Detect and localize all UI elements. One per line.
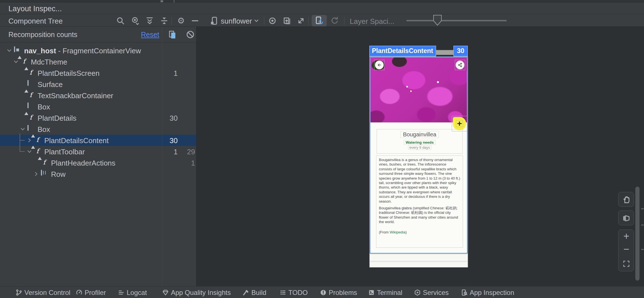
window-top-strip (0, 0, 644, 3)
scroll-tick (641, 224, 644, 226)
composable-icon: f (34, 137, 41, 144)
source-line: (From Wikipedia) (379, 230, 460, 234)
tree-row-box[interactable]: Box (0, 101, 196, 112)
view-icon (27, 125, 35, 133)
tree-row-surface[interactable]: Surface (0, 79, 196, 90)
disable-counts-icon[interactable] (186, 30, 195, 39)
scroll-tick (641, 208, 644, 209)
share-button[interactable] (456, 61, 464, 69)
statusbar-label: Version Control (24, 289, 70, 297)
statusbar-label: Build (251, 289, 266, 297)
inspector-toolbar: Component Tree ⚙ sunflower Layer Spaci..… (0, 15, 644, 27)
tree-node-label: Row (51, 170, 66, 179)
search-icon[interactable] (116, 16, 125, 25)
layer-spacing-slider-thumb[interactable] (433, 15, 442, 26)
tree-row-box[interactable]: Box (0, 123, 196, 135)
branch-icon (15, 289, 22, 296)
todo-icon (279, 289, 286, 296)
chevron-down-icon[interactable] (26, 148, 33, 155)
status-bar: Version ControlProfilerLogcatApp Quality… (0, 286, 644, 298)
tree-guide-line (20, 146, 20, 152)
tree-node-label: PlantDetailsScreen (38, 69, 99, 78)
tool-window-title: Layout Inspec... (8, 4, 62, 13)
tree-row-textsnackbarcontainer[interactable]: fTextSnackbarContainer (0, 90, 196, 101)
toolbar-separator (264, 17, 264, 25)
tree-row-plantdetailsscreen[interactable]: fPlantDetailsScreen1 (0, 67, 196, 79)
problem-icon (320, 289, 327, 296)
layer-spacing-label: Layer Spaci... (350, 17, 394, 26)
expand-all-icon[interactable] (145, 16, 154, 25)
tree-row-plantdetailscontent[interactable]: fPlantDetailsContent30 (0, 135, 196, 146)
collapse-all-icon[interactable] (160, 16, 169, 25)
tree-node-label: nav_host - FragmentContainerView (24, 47, 141, 55)
statusbar-label: TODO (288, 289, 308, 297)
plant-details-content[interactable]: + Bougainvillea Watering needs every 9 d… (370, 57, 468, 254)
hide-panel-icon[interactable] (191, 16, 200, 25)
tree-row-planttoolbar[interactable]: fPlantToolbar129 (0, 146, 196, 157)
zoom-in-button[interactable]: + (618, 230, 634, 244)
recomposition-count-badge: 30 (453, 46, 468, 56)
watering-interval: every 9 days (408, 145, 432, 150)
selected-node-label[interactable]: PlantDetailsContent (369, 46, 436, 56)
statusbar-label: Profiler (85, 289, 106, 297)
overlay-box (456, 120, 463, 127)
wikipedia-link[interactable]: Wikipedia (390, 230, 405, 234)
statusbar-label: App Inspection (470, 289, 514, 297)
recomposition-count: 1 (162, 148, 178, 156)
toolbar-separator (172, 17, 172, 25)
viewport-scrollbar[interactable] (635, 187, 640, 281)
refresh-icon[interactable] (330, 16, 339, 25)
reset-counts-link[interactable]: Reset (141, 31, 159, 39)
tree-row-plantdetails[interactable]: fPlantDetails30 (0, 112, 196, 123)
counts-column-divider (162, 27, 162, 286)
composable-icon: f (41, 159, 48, 166)
rotate-3d-button[interactable] (618, 210, 634, 225)
zoom-to-fit-button[interactable] (618, 257, 634, 271)
toolbar-separator (308, 17, 309, 25)
tree-row-plantheaderactions[interactable]: fPlantHeaderActions1 (0, 157, 196, 168)
toggle-deep-inspect-icon[interactable] (268, 16, 277, 25)
device-screen: + Bougainvillea Watering needs every 9 d… (369, 56, 468, 267)
chevron-right-icon[interactable] (26, 137, 33, 143)
recomposition-count: 1 (162, 69, 178, 78)
tree-node-label: PlantDetailsContent (44, 136, 109, 145)
watering-needs-label: Watering needs (404, 140, 435, 145)
recomposition-header: Recomposition counts Reset (0, 27, 196, 43)
inspection-icon (461, 289, 468, 296)
live-updates-toggle[interactable] (312, 15, 327, 26)
device-icon[interactable] (210, 16, 219, 25)
composable-icon: f (34, 148, 41, 155)
process-selector[interactable]: sunflower (221, 17, 252, 26)
tree-row-nav_host[interactable]: nav_host - FragmentContainerView (0, 45, 196, 56)
component-tree-panel: Recomposition counts Reset nav_host - Fr… (0, 27, 196, 286)
tree-node-label: Box (38, 125, 50, 134)
chevron-down-icon[interactable] (20, 126, 26, 132)
highlight-recompositions-icon[interactable] (168, 30, 177, 39)
gem-icon (162, 289, 169, 296)
fragment-container-icon (14, 47, 21, 54)
pan-button[interactable] (618, 192, 634, 207)
skipped-count: 1 (179, 159, 195, 168)
chevron-down-icon[interactable] (253, 16, 260, 25)
zoom-out-button[interactable]: − (618, 243, 634, 256)
plant-description[interactable]: Bougainvillea is a genus of thorny ornam… (376, 155, 463, 248)
tree-row-row[interactable]: Row (0, 168, 196, 180)
gear-icon[interactable]: ⚙ (177, 16, 186, 25)
open-dedicated-window-icon[interactable] (296, 16, 305, 25)
chevron-down-icon[interactable] (13, 59, 19, 65)
recomposition-count: 30 (162, 136, 178, 145)
strip-divider-mark (174, 0, 174, 3)
chevron-down-icon[interactable] (6, 47, 12, 54)
layer-spacing-slider-track[interactable] (406, 20, 507, 21)
tree-row-mdctheme[interactable]: fMdcTheme (0, 56, 196, 67)
plant-header-card: Bougainvillea Watering needs every 9 day… (377, 129, 463, 154)
statusbar-label: Problems (329, 289, 357, 297)
component-tree-title: Component Tree (8, 17, 63, 26)
snapshot-icon[interactable] (282, 16, 291, 25)
logcat-icon (118, 289, 125, 296)
back-button[interactable] (375, 61, 384, 69)
chevron-right-icon[interactable] (33, 171, 39, 177)
skipped-count: 29 (179, 148, 195, 156)
fit-frame-icon (622, 260, 630, 268)
view-options-icon[interactable] (131, 16, 140, 25)
